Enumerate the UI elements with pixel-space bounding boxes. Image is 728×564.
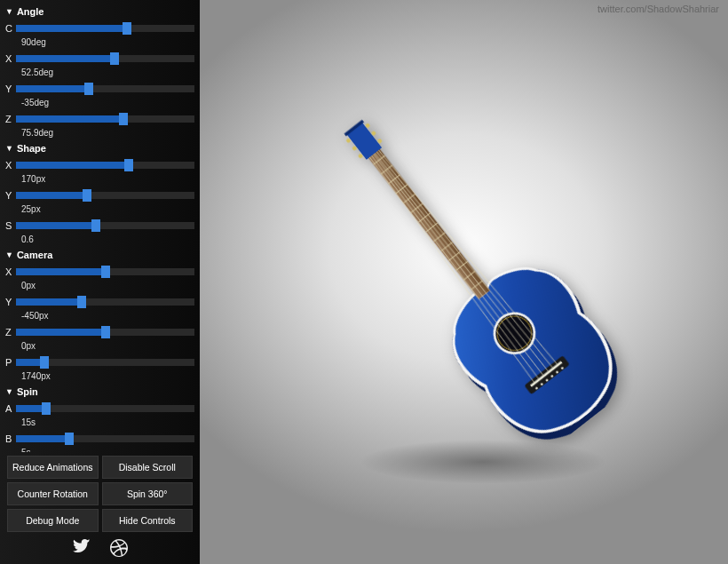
- slider-label: C: [5, 23, 16, 34]
- section-header-camera[interactable]: ▼Camera: [5, 247, 194, 263]
- slider-value: 170px: [5, 174, 194, 184]
- slider-value: 0.6: [5, 234, 194, 244]
- spin-360-button[interactable]: Spin 360°: [102, 482, 194, 505]
- slider-label: X: [5, 266, 16, 277]
- shape-slider-y[interactable]: Y: [5, 187, 194, 204]
- guitar-model[interactable]: [269, 74, 660, 468]
- slider-value: 52.5deg: [5, 68, 194, 77]
- section-header-shape[interactable]: ▼Shape: [5, 140, 194, 156]
- slider-label: Y: [5, 190, 16, 201]
- camera-slider-p[interactable]: P: [5, 353, 194, 371]
- chevron-down-icon: ▼: [5, 387, 13, 396]
- camera-slider-y[interactable]: Y: [5, 293, 194, 311]
- chevron-down-icon: ▼: [5, 144, 13, 153]
- button-grid: Reduce Animations Disable Scroll Counter…: [5, 452, 194, 532]
- slider-thumb[interactable]: [42, 402, 51, 415]
- slider-thumb[interactable]: [91, 219, 100, 232]
- dribbble-icon[interactable]: [110, 539, 128, 559]
- social-links: [5, 532, 194, 564]
- credit-text: twitter.com/ShadowShahriar: [597, 4, 719, 14]
- shape-slider-s[interactable]: S: [5, 217, 194, 234]
- debug-mode-button[interactable]: Debug Mode: [7, 509, 99, 532]
- spin-slider-b[interactable]: B: [5, 430, 194, 448]
- counter-rotation-button[interactable]: Counter Rotation: [7, 482, 99, 505]
- slider-label: Z: [5, 114, 16, 124]
- slider-label: Y: [5, 83, 16, 94]
- angle-slider-c[interactable]: C: [5, 20, 194, 37]
- slider-value: 75.9deg: [5, 128, 194, 138]
- control-sidebar: ▼Angle C 90deg X 52.5deg Y -35deg Z 75.9: [0, 0, 200, 564]
- slider-value: 15s: [5, 417, 194, 427]
- twitter-icon[interactable]: [73, 539, 91, 559]
- reduce-animations-button[interactable]: Reduce Animations: [7, 456, 99, 479]
- slider-label: A: [5, 403, 16, 414]
- slider-label: Z: [5, 327, 16, 338]
- slider-label: B: [5, 433, 16, 444]
- disable-scroll-button[interactable]: Disable Scroll: [102, 456, 194, 479]
- slider-label: Y: [5, 297, 16, 307]
- slider-thumb[interactable]: [83, 189, 91, 202]
- slider-thumb[interactable]: [119, 113, 128, 125]
- slider-thumb[interactable]: [65, 433, 74, 445]
- camera-slider-z[interactable]: Z: [5, 323, 194, 341]
- angle-slider-y[interactable]: Y: [5, 80, 194, 98]
- slider-thumb[interactable]: [101, 266, 110, 278]
- hide-controls-button[interactable]: Hide Controls: [102, 509, 194, 532]
- angle-slider-x[interactable]: X: [5, 50, 194, 68]
- slider-value: -450px: [5, 311, 194, 321]
- slider-label: S: [5, 220, 16, 231]
- slider-value: 90deg: [5, 37, 194, 47]
- angle-slider-z[interactable]: Z: [5, 110, 194, 128]
- slider-thumb[interactable]: [110, 52, 119, 65]
- svg-rect-11: [368, 149, 489, 299]
- section-title: Camera: [17, 250, 52, 260]
- section-header-angle[interactable]: ▼Angle: [5, 4, 194, 20]
- camera-slider-x[interactable]: X: [5, 263, 194, 281]
- chevron-down-icon: ▼: [5, 250, 13, 259]
- section-title: Angle: [17, 6, 44, 17]
- slider-thumb[interactable]: [77, 296, 86, 308]
- slider-thumb[interactable]: [40, 356, 49, 369]
- slider-label: X: [5, 53, 16, 64]
- section-header-spin[interactable]: ▼Spin: [5, 384, 194, 400]
- slider-value: -35deg: [5, 98, 194, 107]
- slider-thumb[interactable]: [123, 22, 131, 35]
- viewport: twitter.com/ShadowShahriar: [200, 0, 728, 564]
- slider-thumb[interactable]: [124, 159, 133, 171]
- spin-slider-a[interactable]: A: [5, 400, 194, 417]
- slider-value: 0px: [5, 341, 194, 351]
- slider-thumb[interactable]: [84, 83, 93, 95]
- section-title: Spin: [17, 386, 38, 397]
- section-title: Shape: [17, 143, 46, 154]
- slider-label: X: [5, 160, 16, 171]
- slider-thumb[interactable]: [101, 326, 110, 338]
- slider-value: 1740px: [5, 371, 194, 381]
- slider-value: 0px: [5, 281, 194, 290]
- shape-slider-x[interactable]: X: [5, 156, 194, 174]
- slider-label: P: [5, 357, 16, 368]
- slider-value: 25px: [5, 204, 194, 214]
- chevron-down-icon: ▼: [5, 7, 13, 16]
